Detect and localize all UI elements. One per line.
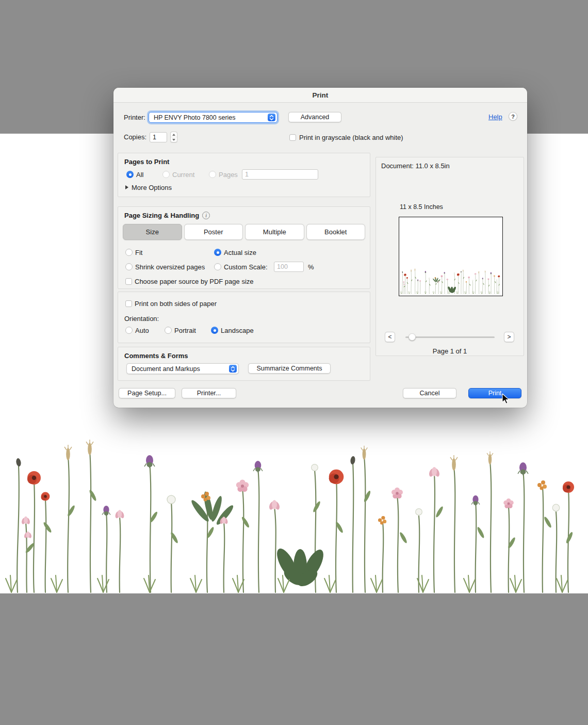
help-icon[interactable]: ? xyxy=(509,112,517,121)
page-sizing-group: Page Sizing & Handling i Size Poster Mul… xyxy=(118,206,370,289)
stepper-down-icon[interactable] xyxy=(171,137,177,142)
select-stepper-icon xyxy=(268,114,275,121)
grayscale-label: Print in grayscale (black and white) xyxy=(299,134,403,141)
all-label: All xyxy=(136,171,143,179)
document-info: Document: 11.0 x 8.5in xyxy=(381,162,450,170)
printer-button[interactable]: Printer... xyxy=(182,388,236,398)
tab-size[interactable]: Size xyxy=(123,224,182,240)
sizing-tabs: Size Poster Multiple Booklet xyxy=(123,224,365,240)
comments-select-value: Document and Markups xyxy=(132,365,200,373)
preview-flowers-thumbnail xyxy=(399,267,502,294)
landscape-label: Landscape xyxy=(221,327,254,334)
copies-stepper[interactable] xyxy=(170,132,177,142)
copies-input[interactable] xyxy=(150,132,167,142)
both-sides-label: Print on both sides of paper xyxy=(135,300,217,308)
printer-select-value: HP ENVY Photo 7800 series xyxy=(154,114,236,121)
pages-label: Pages xyxy=(219,171,238,179)
pages-input[interactable] xyxy=(242,169,318,180)
auto-label: Auto xyxy=(135,327,149,334)
all-radio[interactable] xyxy=(126,171,134,178)
print-button[interactable]: Print xyxy=(468,388,521,398)
percent-label: % xyxy=(308,263,314,271)
auto-radio[interactable] xyxy=(125,327,133,334)
grayscale-checkbox[interactable] xyxy=(289,134,296,141)
wildflower-illustration xyxy=(0,433,588,593)
desktop: Print Printer: HP ENVY Photo 7800 series… xyxy=(0,0,588,725)
comments-forms-title: Comments & Forms xyxy=(124,352,188,360)
printer-row: Printer: HP ENVY Photo 7800 series xyxy=(124,112,277,123)
portrait-label: Portrait xyxy=(174,327,196,334)
preview-zoom-slider[interactable] xyxy=(405,336,495,338)
paper-source-checkbox[interactable] xyxy=(125,278,132,285)
more-options[interactable]: More Options xyxy=(125,183,172,191)
cursor-icon xyxy=(501,393,510,405)
slider-knob[interactable] xyxy=(409,333,416,341)
current-label: Current xyxy=(172,171,194,179)
next-page-button[interactable]: > xyxy=(504,332,514,342)
portrait-radio[interactable] xyxy=(165,327,172,334)
page-setup-button[interactable]: Page Setup... xyxy=(119,388,175,398)
actual-size-radio[interactable] xyxy=(214,249,221,256)
tab-booklet[interactable]: Booklet xyxy=(306,224,366,240)
select-stepper-icon xyxy=(229,365,237,373)
preview-panel: Document: 11.0 x 8.5in 11 x 8.5 Inches <… xyxy=(375,157,524,356)
shrink-label: Shrink oversized pages xyxy=(135,263,205,271)
tab-poster[interactable]: Poster xyxy=(184,224,243,240)
dialog-title: Print xyxy=(313,91,329,99)
preview-page xyxy=(399,217,503,296)
printer-select[interactable]: HP ENVY Photo 7800 series xyxy=(149,112,277,123)
fit-radio[interactable] xyxy=(125,249,133,256)
comments-forms-group: Comments & Forms Document and Markups Su… xyxy=(118,347,370,381)
page-indicator: Page 1 of 1 xyxy=(376,347,524,355)
custom-scale-radio[interactable] xyxy=(214,263,221,270)
comments-select[interactable]: Document and Markups xyxy=(126,363,239,374)
prev-page-button[interactable]: < xyxy=(385,332,395,342)
paper-source-label: Choose paper source by PDF page size xyxy=(135,278,254,285)
custom-scale-input[interactable] xyxy=(274,262,304,272)
current-radio[interactable] xyxy=(162,171,170,178)
copies-row: Copies: xyxy=(124,132,177,142)
fit-label: Fit xyxy=(135,249,142,256)
duplex-group: Print on both sides of paper Orientation… xyxy=(118,292,370,343)
more-options-label[interactable]: More Options xyxy=(132,184,172,191)
actual-size-label: Actual size xyxy=(224,249,256,256)
preview-size-label: 11 x 8.5 Inches xyxy=(400,203,443,211)
dialog-titlebar[interactable]: Print xyxy=(113,88,527,103)
pages-radio[interactable] xyxy=(209,171,216,178)
tab-multiple[interactable]: Multiple xyxy=(245,224,304,240)
grayscale-row: Print in grayscale (black and white) xyxy=(289,133,403,142)
both-sides-checkbox[interactable] xyxy=(125,300,132,307)
orientation-label: Orientation: xyxy=(124,315,159,323)
custom-scale-label: Custom Scale: xyxy=(224,263,268,271)
summarize-comments-button[interactable]: Summarize Comments xyxy=(248,363,331,374)
pages-to-print-title: Pages to Print xyxy=(124,158,169,166)
help-link[interactable]: Help xyxy=(488,113,502,121)
advanced-button[interactable]: Advanced xyxy=(288,112,341,122)
pages-to-print-group: Pages to Print All Current Pages More Op… xyxy=(118,153,370,197)
shrink-radio[interactable] xyxy=(125,263,133,270)
disclosure-triangle-icon[interactable] xyxy=(125,185,128,189)
stepper-up-icon[interactable] xyxy=(171,132,177,137)
print-dialog: Print Printer: HP ENVY Photo 7800 series… xyxy=(113,88,527,408)
page-sizing-title: Page Sizing & Handling xyxy=(124,212,199,219)
printer-label: Printer: xyxy=(124,114,145,121)
landscape-radio[interactable] xyxy=(211,327,218,334)
copies-label: Copies: xyxy=(124,133,146,141)
cancel-button[interactable]: Cancel xyxy=(403,388,456,398)
info-icon[interactable]: i xyxy=(202,212,210,219)
